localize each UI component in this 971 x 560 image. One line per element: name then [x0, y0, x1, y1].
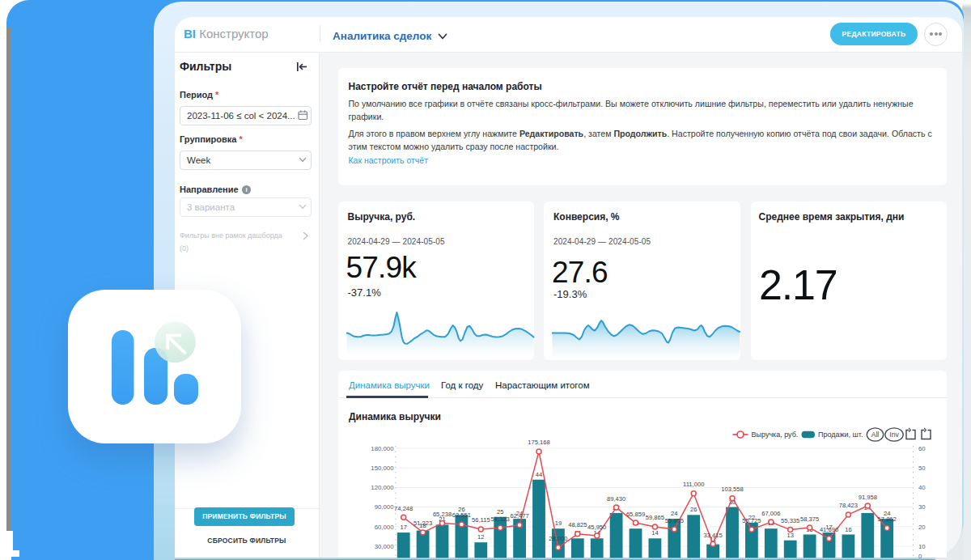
svg-text:20: 20 — [918, 524, 926, 531]
svg-text:120,000: 120,000 — [371, 484, 394, 491]
svg-text:65,238: 65,238 — [432, 511, 451, 518]
svg-text:58,323: 58,323 — [490, 515, 509, 523]
svg-text:10: 10 — [918, 543, 926, 550]
svg-text:45,950: 45,950 — [587, 524, 606, 531]
svg-text:175,168: 175,168 — [528, 439, 549, 446]
svg-text:60,000: 60,000 — [374, 524, 394, 531]
svg-text:26: 26 — [689, 506, 696, 513]
svg-text:All: All — [871, 431, 879, 439]
svg-text:41,690: 41,690 — [819, 526, 837, 533]
svg-text:48,825: 48,825 — [568, 521, 587, 528]
svg-text:Выручка, руб.: Выручка, руб. — [751, 431, 798, 439]
svg-text:55,955: 55,955 — [664, 517, 683, 524]
svg-text:67,006: 67,006 — [761, 510, 780, 517]
svg-text:62,477: 62,477 — [510, 512, 528, 520]
svg-text:30: 30 — [918, 503, 926, 511]
svg-text:58,375: 58,375 — [799, 515, 818, 523]
svg-text:44: 44 — [535, 471, 541, 478]
svg-text:0: 0 — [918, 553, 922, 560]
svg-text:30,000: 30,000 — [374, 543, 394, 550]
svg-text:74,248: 74,248 — [394, 505, 413, 512]
svg-text:28,000: 28,000 — [549, 535, 567, 542]
svg-text:17: 17 — [400, 524, 406, 531]
svg-text:90,000: 90,000 — [374, 503, 394, 511]
svg-text:Inv: Inv — [889, 431, 899, 439]
svg-text:50: 50 — [918, 465, 926, 472]
svg-text:91,958: 91,958 — [858, 494, 876, 501]
svg-text:103,558: 103,558 — [721, 486, 743, 493]
svg-text:150,000: 150,000 — [371, 465, 394, 472]
svg-text:65,859: 65,859 — [625, 511, 644, 518]
svg-text:57,862: 57,862 — [877, 515, 896, 523]
svg-text:60: 60 — [918, 445, 926, 452]
svg-text:33,415: 33,415 — [703, 532, 722, 539]
svg-text:55,335: 55,335 — [781, 517, 799, 524]
svg-text:40: 40 — [918, 484, 926, 491]
svg-text:19: 19 — [554, 520, 561, 527]
svg-text:111,000: 111,000 — [683, 481, 704, 488]
svg-text:Продажи, шт.: Продажи, шт. — [818, 431, 863, 439]
svg-text:78,423: 78,423 — [838, 502, 857, 509]
svg-text:63,551: 63,551 — [452, 511, 470, 519]
svg-text:59,865: 59,865 — [645, 514, 664, 521]
svg-text:51,223: 51,223 — [413, 520, 431, 527]
svg-text:180,000: 180,000 — [371, 445, 394, 452]
svg-text:25: 25 — [496, 508, 502, 515]
svg-text:16: 16 — [845, 526, 851, 533]
svg-text:14: 14 — [651, 529, 658, 537]
svg-text:56,115: 56,115 — [471, 516, 490, 524]
svg-text:55,725: 55,725 — [742, 517, 761, 524]
svg-text:89,430: 89,430 — [606, 495, 625, 503]
svg-text:12: 12 — [477, 533, 484, 541]
